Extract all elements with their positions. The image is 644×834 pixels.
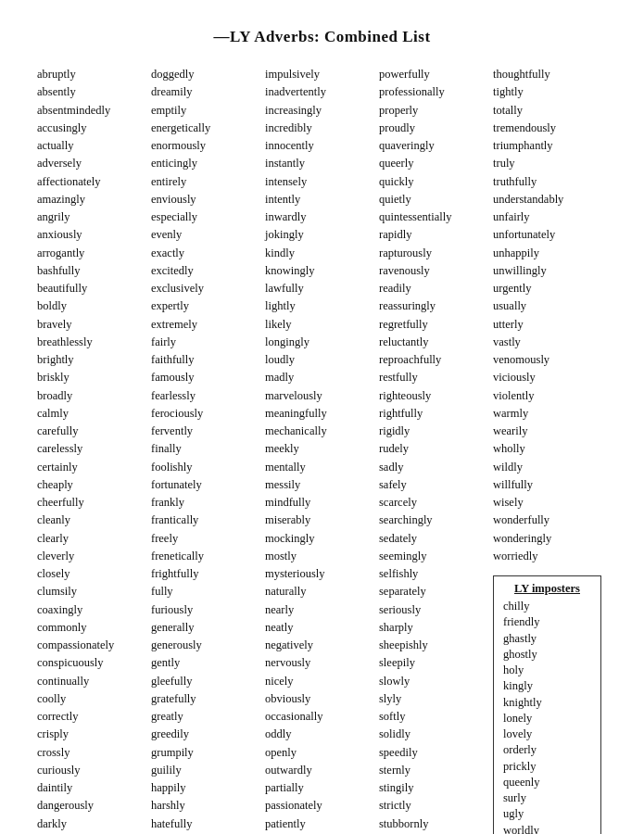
word-item: broadly: [37, 388, 145, 404]
word-item: faithfully: [151, 352, 259, 368]
word-item: triumphantly: [493, 138, 601, 154]
word-item: mostly: [265, 549, 373, 564]
word-item: wisely: [493, 495, 601, 511]
word-item: absently: [37, 84, 145, 100]
word-item: doggedly: [151, 67, 259, 82]
word-item: cleanly: [37, 512, 145, 528]
word-item: mentally: [265, 460, 373, 475]
word-item: reassuringly: [379, 298, 487, 314]
word-item: sheepishly: [379, 638, 487, 653]
word-item: exactly: [151, 246, 259, 261]
word-item: famously: [151, 370, 259, 385]
word-item: nicely: [265, 674, 373, 689]
imposter-word: holy: [503, 663, 591, 678]
word-item: properly: [379, 103, 487, 119]
word-item: clearly: [37, 531, 145, 547]
word-item: commonly: [37, 620, 145, 636]
word-item: guilily: [151, 763, 259, 778]
word-item: unfairly: [493, 209, 601, 225]
word-item: sternly: [379, 763, 487, 778]
word-item: quaveringly: [379, 138, 487, 154]
word-item: certainly: [37, 460, 145, 475]
word-item: harshly: [151, 798, 259, 814]
word-item: rightfully: [379, 406, 487, 422]
word-item: inwardly: [265, 209, 373, 225]
word-item: sedately: [379, 531, 487, 547]
word-item: briskly: [37, 370, 145, 385]
word-item: anxiously: [37, 227, 145, 243]
word-item: extremely: [151, 317, 259, 333]
word-item: closely: [37, 566, 145, 582]
word-item: enormously: [151, 138, 259, 154]
word-item: rudely: [379, 441, 487, 457]
word-item: clumsily: [37, 584, 145, 600]
word-item: continually: [37, 674, 145, 689]
word-item: reproachfully: [379, 352, 487, 368]
word-item: loudly: [265, 352, 373, 368]
word-item: regretfully: [379, 317, 487, 333]
word-item: marvelously: [265, 388, 373, 404]
word-item: understandably: [493, 192, 601, 208]
word-item: utterly: [493, 317, 601, 333]
word-item: slowly: [379, 674, 487, 689]
word-item: venomously: [493, 352, 601, 368]
word-item: affectionately: [37, 174, 145, 190]
word-item: coolly: [37, 691, 145, 707]
word-item: obviously: [265, 691, 373, 707]
word-item: sadly: [379, 460, 487, 475]
word-item: compassionately: [37, 638, 145, 653]
imposter-word: knightly: [503, 695, 591, 711]
word-item: kindly: [265, 246, 373, 261]
word-item: expertly: [151, 298, 259, 314]
word-item: adversely: [37, 156, 145, 171]
word-item: greatly: [151, 709, 259, 725]
word-item: usually: [493, 298, 601, 314]
word-item: rapidly: [379, 227, 487, 243]
word-item: viciously: [493, 370, 601, 385]
word-item: selfishly: [379, 566, 487, 582]
word-item: bashfully: [37, 263, 145, 279]
word-item: frantically: [151, 512, 259, 528]
word-item: totally: [493, 103, 601, 119]
word-item: conspicuously: [37, 655, 145, 671]
word-item: thoughtfully: [493, 67, 601, 82]
word-item: dreamily: [151, 84, 259, 100]
word-item: fairly: [151, 335, 259, 350]
word-item: patiently: [265, 816, 373, 832]
word-item: cheaply: [37, 477, 145, 493]
word-item: enticingly: [151, 156, 259, 171]
imposter-word: orderly: [503, 742, 591, 758]
word-item: impulsively: [265, 67, 373, 82]
word-item: naturally: [265, 584, 373, 600]
imposter-word: ghastly: [503, 631, 591, 647]
word-item: tightly: [493, 84, 601, 100]
word-item: beautifully: [37, 281, 145, 297]
word-item: negatively: [265, 638, 373, 653]
word-item: unhappily: [493, 246, 601, 261]
word-item: calmly: [37, 406, 145, 422]
word-item: intently: [265, 192, 373, 208]
word-item: wearily: [493, 423, 601, 439]
word-item: warmly: [493, 406, 601, 422]
word-item: partially: [265, 780, 373, 796]
word-item: vastly: [493, 335, 601, 350]
word-item: gratefully: [151, 691, 259, 707]
word-item: breathlessly: [37, 335, 145, 350]
word-item: grumpily: [151, 745, 259, 761]
word-item: truthfully: [493, 174, 601, 190]
word-item: especially: [151, 209, 259, 225]
word-item: strictly: [379, 798, 487, 814]
word-item: readily: [379, 281, 487, 297]
word-item: incredibly: [265, 120, 373, 136]
word-item: absentmindedly: [37, 103, 145, 119]
word-item: tremendously: [493, 120, 601, 136]
word-item: greedily: [151, 727, 259, 742]
word-item: urgently: [493, 281, 601, 297]
word-item: ravenously: [379, 263, 487, 279]
word-item: neatly: [265, 620, 373, 636]
word-item: increasingly: [265, 103, 373, 119]
word-item: mechanically: [265, 423, 373, 439]
word-item: emptily: [151, 103, 259, 119]
word-item: entirely: [151, 174, 259, 190]
word-item: frightfully: [151, 566, 259, 582]
